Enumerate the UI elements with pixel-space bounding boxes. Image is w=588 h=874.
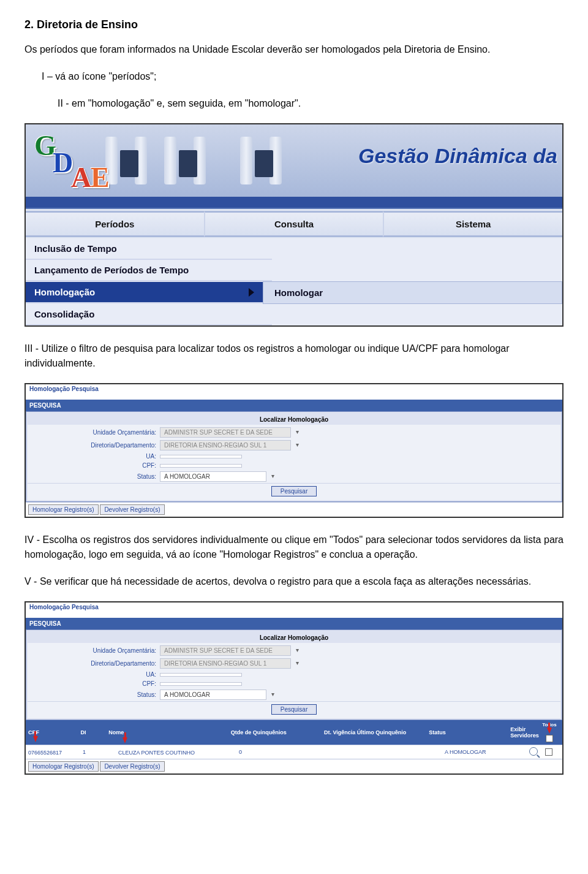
label-ua: UA:: [28, 671, 160, 678]
cell-di: 1: [83, 749, 111, 755]
tab-sistema[interactable]: Sistema: [383, 211, 562, 237]
banner-bluebar: [26, 197, 562, 209]
input-ua[interactable]: [160, 673, 242, 677]
nome-text: CLEUZA PONTES COUTINHO: [118, 750, 195, 756]
step-iii: III - Utilize o filtro de pesquisa para …: [24, 341, 564, 371]
label-unidade: Unidade Orçamentária:: [28, 647, 160, 654]
devolver-registros-button[interactable]: Devolver Registro(s): [100, 504, 164, 515]
select-status[interactable]: A HOMOLOGAR: [160, 690, 266, 700]
section-heading: 2. Diretoria de Ensino: [24, 18, 564, 31]
red-arrow-icon: [547, 728, 552, 734]
label-cpf: CPF:: [28, 462, 160, 469]
label-status: Status:: [28, 473, 160, 480]
col-di-header: DI: [81, 729, 109, 735]
col-status-header: Status: [429, 729, 510, 735]
select-unidade[interactable]: ADMINISTR SUP SECRET E DA SEDE: [160, 427, 291, 438]
red-arrow-icon: [33, 736, 38, 742]
input-cpf[interactable]: [160, 464, 242, 468]
red-arrow-icon: [123, 737, 127, 743]
homologar-registros-button[interactable]: Homologar Registro(s): [28, 761, 99, 772]
search-icon: [529, 747, 538, 756]
col-qtde-header: Qtde de Quinquênios: [231, 729, 324, 735]
logo-letter-A: A: [71, 161, 91, 194]
menu-homologacao[interactable]: Homologação: [26, 282, 263, 303]
input-ua[interactable]: [160, 455, 242, 458]
screenshot-gdae-menu: G D A E Gestão Dinâmica da Períodos Cons…: [24, 123, 564, 327]
banner-title: Gestão Dinâmica da: [358, 144, 557, 168]
select-all-checkbox[interactable]: [546, 735, 553, 742]
breadcrumb: Homologação Pesquisa: [26, 384, 562, 393]
cell-nome: CLEUZA PONTES COUTINHO: [111, 748, 239, 756]
cell-qtde: 0: [239, 749, 336, 755]
form-title: Localizar Homologação: [28, 413, 560, 425]
col-nome-header: Nome: [108, 729, 231, 735]
menu-lancamento-periodos[interactable]: Lançamento de Períodos de Tempo: [26, 260, 272, 281]
top-tabs: Períodos Consulta Sistema: [26, 209, 562, 238]
col-todos-header[interactable]: Todos: [539, 723, 560, 742]
logo-letter-D: D: [53, 146, 73, 179]
pesquisar-button[interactable]: Pesquisar: [271, 704, 317, 715]
select-status[interactable]: A HOMOLOGAR: [160, 471, 266, 482]
tab-consulta[interactable]: Consulta: [204, 211, 383, 237]
gdae-logo: G D A E: [34, 129, 114, 193]
cell-todos[interactable]: [538, 748, 560, 756]
step-iv: IV - Escolha os registros dos servidores…: [24, 533, 564, 562]
banner: G D A E Gestão Dinâmica da: [26, 124, 562, 197]
label-status: Status:: [28, 691, 160, 698]
col-vig-header: Dt. Vigência Último Quinquênio: [324, 729, 429, 735]
menu-homologacao-label: Homologação: [34, 287, 95, 297]
submenu-homologar[interactable]: Homologar: [263, 281, 562, 304]
label-diretoria: Diretoria/Departamento:: [28, 660, 160, 667]
results-header: CPF DI Nome Qtde de Quinquênios Dt. Vigê…: [26, 720, 562, 745]
table-row: 07665526817 1 CLEUZA PONTES COUTINHO 0 A…: [26, 745, 562, 759]
paragraph: Os períodos que foram informados na Unid…: [24, 42, 564, 57]
select-diretoria[interactable]: DIRETORIA ENSINO-REGIAO SUL 1: [160, 658, 291, 669]
screenshot-pesquisa-1: Homologação Pesquisa PESQUISA Localizar …: [24, 383, 564, 518]
section-bar-pesquisa: PESQUISA: [26, 618, 562, 629]
logo-letter-E: E: [91, 161, 110, 194]
select-unidade[interactable]: ADMINISTR SUP SECRET E DA SEDE: [160, 645, 291, 656]
menu-consolidacao[interactable]: Consolidação: [26, 304, 272, 325]
section-bar-pesquisa: PESQUISA: [26, 400, 562, 411]
step-ii: II - em "homologação" e, sem seguida, em…: [24, 96, 564, 111]
cell-exibir[interactable]: [529, 747, 538, 757]
label-cpf: CPF:: [28, 680, 160, 687]
label-unidade: Unidade Orçamentária:: [28, 429, 160, 436]
homologar-registros-button[interactable]: Homologar Registro(s): [28, 504, 99, 515]
step-i: I – vá ao ícone "períodos";: [24, 69, 564, 84]
label-diretoria: Diretoria/Departamento:: [28, 442, 160, 449]
devolver-registros-button[interactable]: Devolver Registro(s): [100, 761, 164, 772]
screenshot-pesquisa-2: Homologação Pesquisa PESQUISA Localizar …: [24, 601, 564, 775]
step-v: V - Se verificar que há necessidade de a…: [24, 574, 564, 589]
pesquisar-button[interactable]: Pesquisar: [271, 486, 317, 496]
menu-inclusao-tempo[interactable]: Inclusão de Tempo: [26, 238, 272, 260]
cell-cpf: 07665526817: [28, 748, 83, 756]
col-exibir-header: Exibir Servidores: [510, 726, 539, 739]
select-diretoria[interactable]: DIRETORIA ENSINO-REGIAO SUL 1: [160, 440, 291, 450]
chevron-right-icon: [249, 288, 254, 297]
breadcrumb: Homologação Pesquisa: [26, 602, 562, 612]
cpf-text: 07665526817: [28, 750, 62, 756]
cell-status: A HOMOLOGAR: [445, 749, 529, 755]
form-title: Localizar Homologação: [28, 631, 560, 643]
side-menu: Inclusão de Tempo Lançamento de Períodos…: [26, 238, 562, 325]
row-checkbox[interactable]: [545, 748, 552, 756]
input-cpf[interactable]: [160, 682, 242, 686]
label-ua: UA:: [28, 453, 160, 460]
tab-periodos[interactable]: Períodos: [26, 211, 204, 237]
